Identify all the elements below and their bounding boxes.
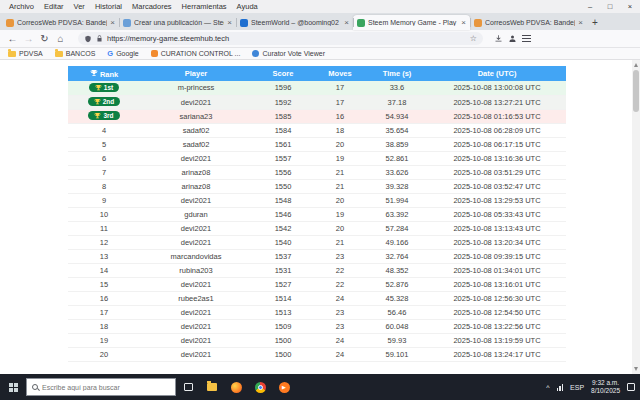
rank-badge: 3rd xyxy=(88,111,119,120)
close-button[interactable]: × xyxy=(620,0,640,13)
bookmark-item[interactable]: BANCOS xyxy=(55,49,96,58)
scroll-up-icon[interactable] xyxy=(634,63,638,67)
menu-editar[interactable]: Editar xyxy=(39,2,69,11)
bookmark-item[interactable]: Curator Vote Viewer xyxy=(252,49,325,58)
menu-marcadores[interactable]: Marcadores xyxy=(127,2,177,11)
score-cell: 1585 xyxy=(252,109,314,123)
tab-close-icon[interactable]: × xyxy=(578,18,583,27)
column-header-moves: Moves xyxy=(314,66,366,81)
leaderboard-row: 5sadaf0215612038.8592025-10-08 06:17:15 … xyxy=(68,137,566,151)
new-tab-button[interactable]: + xyxy=(587,15,603,30)
downloads-icon[interactable] xyxy=(494,34,503,43)
tab-favicon xyxy=(123,19,131,27)
scrollbar-thumb[interactable] xyxy=(633,70,639,112)
tab-title: Steem Memory Game - Play an xyxy=(368,19,458,26)
bookmark-star-icon[interactable]: ☆ xyxy=(470,34,477,43)
score-cell: 1527 xyxy=(252,277,314,291)
menu-herramientas[interactable]: Herramientas xyxy=(177,2,232,11)
date-cell: 2025-10-08 09:39:15 UTC xyxy=(428,249,566,263)
player-cell: arinaz08 xyxy=(140,179,252,193)
tab-close-icon[interactable]: × xyxy=(344,18,349,27)
account-icon[interactable] xyxy=(508,34,517,43)
rank-badge: 2nd xyxy=(88,97,121,106)
date-cell: 2025-10-08 12:54:50 UTC xyxy=(428,305,566,319)
date-cell: 2025-10-08 03:52:47 UTC xyxy=(428,179,566,193)
page-scrollbar[interactable] xyxy=(632,60,640,374)
time-cell: 54.934 xyxy=(366,109,428,123)
clock-date: 8/10/2025 xyxy=(591,387,620,395)
menu-ayuda[interactable]: Ayuda xyxy=(232,2,263,11)
file-explorer-icon[interactable] xyxy=(200,374,224,400)
tray-chevron-icon[interactable]: ^ xyxy=(546,384,549,391)
minimize-button[interactable]: – xyxy=(580,0,600,13)
firefox-icon[interactable] xyxy=(224,374,248,400)
browser-tab[interactable]: CorreosWeb PDVSA: Bandeja de× xyxy=(2,15,119,30)
tab-close-icon[interactable]: × xyxy=(110,18,115,27)
task-view-icon[interactable] xyxy=(176,374,200,400)
date-cell: 2025-10-08 13:20:34 UTC xyxy=(428,235,566,249)
action-center-icon[interactable] xyxy=(627,383,635,391)
shield-icon xyxy=(84,35,92,43)
address-bar[interactable]: https://memory-game.steemhub.tech ☆ xyxy=(78,32,483,45)
score-cell: 1537 xyxy=(252,249,314,263)
task-view-glyph xyxy=(184,383,193,391)
url-text[interactable]: https://memory-game.steemhub.tech xyxy=(107,34,466,43)
bookmark-item[interactable]: PDVSA xyxy=(8,49,43,58)
rank-cell: 10 xyxy=(68,207,140,221)
tab-close-icon[interactable]: × xyxy=(227,18,232,27)
rank-cell: 7 xyxy=(68,165,140,179)
player-cell: devi2021 xyxy=(140,319,252,333)
score-cell: 1542 xyxy=(252,221,314,235)
trophy-icon xyxy=(95,84,102,91)
leaderboard-row: 2nddevi202115921737.182025-10-08 13:27:2… xyxy=(68,95,566,109)
leaderboard-row: 16rubee2as115142445.3282025-10-08 12:56:… xyxy=(68,291,566,305)
browser-tab[interactable]: SteemWorld – @booming02× xyxy=(236,15,353,30)
moves-cell: 21 xyxy=(314,235,366,249)
rank-label: 3rd xyxy=(103,112,113,119)
header-label: Rank xyxy=(100,70,118,79)
maximize-button[interactable]: □ xyxy=(600,0,620,13)
time-cell: 52.876 xyxy=(366,277,428,291)
taskbar-search[interactable] xyxy=(26,378,176,396)
start-button[interactable] xyxy=(0,374,26,400)
browser-tab[interactable]: CorreosWeb PDVSA: Bandeja de× xyxy=(470,15,587,30)
rank-cell: 8 xyxy=(68,179,140,193)
app-menu-icon[interactable] xyxy=(522,35,531,42)
date-cell: 2025-10-08 13:13:43 UTC xyxy=(428,221,566,235)
language-indicator[interactable]: ESP xyxy=(570,384,584,391)
moves-cell: 22 xyxy=(314,263,366,277)
taskbar-clock[interactable]: 9:32 a.m. 8/10/2025 xyxy=(591,379,620,395)
column-header-time-s: Time (s) xyxy=(366,66,428,81)
player-cell: devi2021 xyxy=(140,333,252,347)
menu-historial[interactable]: Historial xyxy=(90,2,127,11)
browser-tab[interactable]: Steem Memory Game - Play an× xyxy=(353,15,470,30)
rank-cell: 12 xyxy=(68,235,140,249)
column-header-score: Score xyxy=(252,66,314,81)
bookmark-item[interactable]: CURATION CONTROL ... xyxy=(151,49,241,58)
moves-cell: 20 xyxy=(314,193,366,207)
network-icon[interactable] xyxy=(557,384,564,391)
menu-ver[interactable]: Ver xyxy=(69,2,90,11)
date-cell: 2025-10-08 13:22:56 UTC xyxy=(428,319,566,333)
globe-icon xyxy=(252,50,259,57)
leaderboard-row: 7arinaz0815562133.6262025-10-08 03:51:29… xyxy=(68,165,566,179)
reload-button[interactable]: ↻ xyxy=(38,34,51,44)
home-button[interactable]: ⌂ xyxy=(54,34,67,44)
forward-button[interactable]: → xyxy=(22,34,35,44)
back-button[interactable]: ← xyxy=(6,34,19,44)
bookmark-item[interactable]: GGoogle xyxy=(107,49,138,58)
time-cell: 52.861 xyxy=(366,151,428,165)
column-header-player: Player xyxy=(140,66,252,81)
browser-tab[interactable]: Crear una publicación — Steen× xyxy=(119,15,236,30)
rank-cell: 20 xyxy=(68,347,140,361)
taskbar-search-input[interactable] xyxy=(42,384,170,391)
tab-close-icon[interactable]: × xyxy=(461,18,466,27)
date-cell: 2025-10-08 13:16:01 UTC xyxy=(428,277,566,291)
media-player-icon[interactable]: ▶ xyxy=(272,374,296,400)
menu-archivo[interactable]: Archivo xyxy=(4,2,39,11)
scroll-down-icon[interactable] xyxy=(634,367,638,371)
chrome-icon[interactable] xyxy=(248,374,272,400)
moves-cell: 19 xyxy=(314,207,366,221)
leaderboard-row: 9devi202115482051.9942025-10-08 13:29:53… xyxy=(68,193,566,207)
moves-cell: 17 xyxy=(314,95,366,109)
